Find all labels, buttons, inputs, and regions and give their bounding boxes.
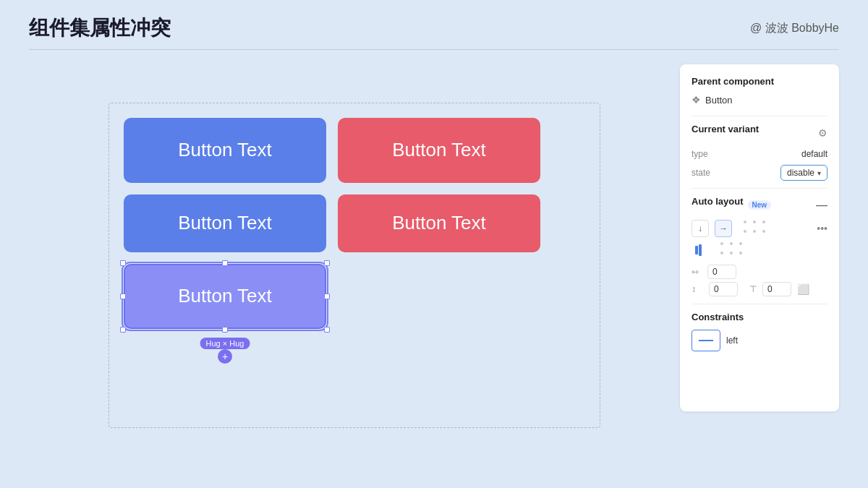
handle-tl <box>120 260 126 266</box>
hug-label: Hug × Hug <box>200 338 250 349</box>
button-purple-selected[interactable]: Button Text <box>124 264 326 329</box>
dot-1 <box>744 221 746 223</box>
type-value: default <box>801 149 827 159</box>
parent-component-title: Parent component <box>692 76 827 87</box>
padding-v-icon: ↕ <box>692 284 703 294</box>
direction-down-btn[interactable]: ↓ <box>692 220 709 237</box>
dot-4 <box>744 230 746 233</box>
current-variant-title: Current variant <box>692 124 759 134</box>
type-label: type <box>692 149 708 159</box>
align-row <box>692 241 827 259</box>
auto-layout-header: Auto layout New — <box>692 196 827 214</box>
dots-grid <box>744 221 770 237</box>
button-row-3: Button Text Hug × Hug + <box>124 264 585 329</box>
button-row-1: Button Text Button Text <box>124 118 585 183</box>
constraints-title: Constraints <box>692 312 827 322</box>
canvas-area: Button Text Button Text Button Text Butt… <box>29 64 680 466</box>
dropdown-arrow-icon: ▾ <box>817 169 821 177</box>
type-row: type default <box>692 149 827 159</box>
panel-divider-3 <box>692 304 827 304</box>
dot-6 <box>762 230 765 233</box>
filter-icon[interactable]: ⚙ <box>818 127 827 139</box>
minus-icon[interactable]: — <box>816 199 827 212</box>
page-title: 组件集属性冲突 <box>29 14 171 42</box>
constraints-section: Constraints left <box>692 312 827 351</box>
button-blue-2[interactable]: Button Text <box>124 194 326 252</box>
dot-a1 <box>720 242 723 245</box>
direction-right-btn[interactable]: → <box>715 220 732 237</box>
button-red-1[interactable]: Button Text <box>338 118 540 183</box>
spacing-h-input[interactable] <box>707 265 736 279</box>
parent-component-row: ❖ Button <box>692 94 827 106</box>
new-badge: New <box>748 200 772 210</box>
add-icon[interactable]: + <box>218 349 232 364</box>
spacing-h-icon: ⇿ <box>692 267 703 277</box>
button-blue-1[interactable]: Button Text <box>124 118 326 183</box>
spacing-row: ⇿ <box>692 265 827 279</box>
layout-controls: ↓ → ••• <box>692 220 827 259</box>
panel-divider-2 <box>692 188 827 189</box>
dot-5 <box>753 230 756 233</box>
dot-a4 <box>720 252 723 254</box>
state-value: disable <box>787 168 814 178</box>
handle-bl <box>120 327 126 333</box>
current-variant-header: Current variant ⚙ <box>692 124 827 142</box>
dot-a6 <box>739 252 742 254</box>
state-label: state <box>692 168 710 178</box>
state-dropdown[interactable]: disable ▾ <box>780 165 827 181</box>
dot-2 <box>753 221 756 223</box>
direction-row: ↓ → ••• <box>692 220 827 237</box>
selected-button-wrapper: Button Text Hug × Hug + <box>124 264 326 329</box>
dot-a3 <box>739 242 742 245</box>
state-row: state disable ▾ <box>692 165 827 181</box>
dot-3 <box>762 221 765 223</box>
handle-tr <box>324 260 330 266</box>
align-svg <box>694 244 707 257</box>
dot-a5 <box>730 252 733 254</box>
padding-top-icon: ⊤ <box>749 284 757 294</box>
handle-br <box>324 327 330 333</box>
panel-divider-1 <box>692 116 827 116</box>
auto-layout-title: Auto layout <box>692 196 744 207</box>
component-name: Button <box>705 95 733 106</box>
button-red-2[interactable]: Button Text <box>338 194 540 252</box>
align-center-icon[interactable] <box>692 241 709 259</box>
more-icon[interactable]: ••• <box>817 223 827 234</box>
resize-icon[interactable]: ⬜ <box>797 283 809 295</box>
dot-a2 <box>730 242 733 245</box>
canvas-frame: Button Text Button Text Button Text Butt… <box>109 103 600 428</box>
dots-area <box>744 221 770 237</box>
component-icon: ❖ <box>692 94 701 106</box>
svg-rect-1 <box>699 244 702 256</box>
padding-row-1: ↕ ⊤ ⬜ <box>692 282 827 296</box>
padding-top-input[interactable] <box>762 282 791 296</box>
constraints-content: left <box>692 330 827 351</box>
right-panel: Parent component ❖ Button Current varian… <box>680 64 839 411</box>
svg-rect-0 <box>695 246 698 254</box>
header: 组件集属性冲突 @ 波波 BobbyHe <box>0 0 868 49</box>
dots-grid-2 <box>720 242 746 259</box>
constraint-bar-icon <box>692 330 720 351</box>
auto-layout-title-row: Auto layout New <box>692 196 771 214</box>
padding-v-input[interactable] <box>709 282 738 296</box>
constraint-position-label: left <box>726 335 738 346</box>
author-label: @ 波波 BobbyHe <box>750 21 839 36</box>
constraint-inner-line <box>699 340 713 341</box>
button-row-2: Button Text Button Text <box>124 194 585 252</box>
main-content: Button Text Button Text Button Text Butt… <box>0 50 868 480</box>
